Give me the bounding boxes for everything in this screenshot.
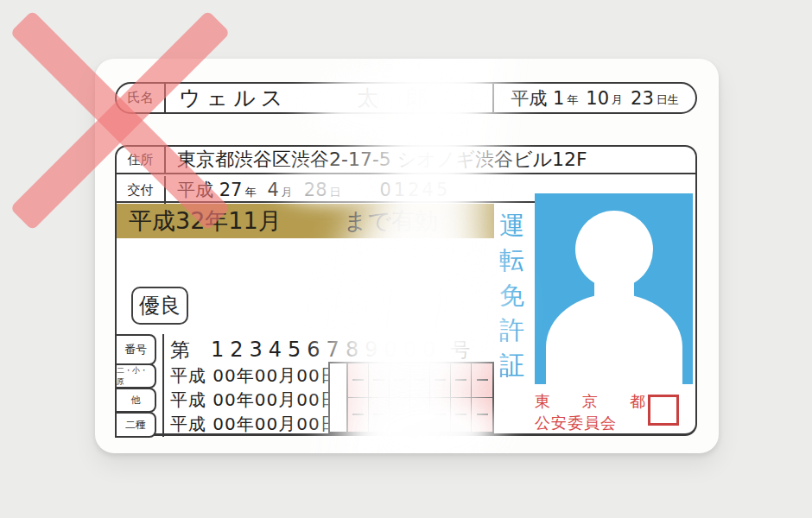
name-value: ウェルス 太 郎 [166, 84, 492, 112]
name-label: 氏名 [117, 84, 166, 112]
silhouette-body [546, 294, 682, 384]
license-body: 住所 東京都渋谷区渋谷2-17-5 シオノギ渋谷ビル12F 交付 平成 27 年… [115, 145, 697, 436]
birth-month-unit: 月 [612, 88, 623, 108]
category-grid-cell [410, 363, 431, 398]
license-number-row: 第 123456789000 号 [170, 334, 498, 365]
category-grid-cell [430, 398, 451, 433]
category-grid-cell [348, 363, 369, 398]
gold-driver-badge: 優良 [131, 287, 188, 325]
vertical-title-char: 免 [499, 282, 524, 308]
drivers-license-card: 氏名 ウェルス 太 郎 平成 1 年 10 月 23 日生 住所 東京都渋谷区渋… [95, 59, 719, 453]
number-label: 番号 [115, 334, 156, 365]
category-grid-white-column [330, 363, 348, 432]
birth-era-unit: 年 [567, 88, 578, 108]
issue-month-unit: 月 [282, 180, 293, 200]
category-dash-mark [435, 414, 446, 415]
category-grid-cell [430, 363, 451, 398]
category-grid-cell [451, 363, 472, 398]
license-row-label-0: 二・小・原 [115, 363, 156, 388]
portrait-photo [535, 193, 693, 384]
name-first: ウェルス [179, 84, 288, 112]
category-dash-mark [414, 414, 425, 415]
category-dash-mark [477, 414, 488, 415]
category-grid-cells [348, 363, 492, 432]
issue-era: 平成 27 [177, 178, 242, 202]
issue-era-unit: 年 [244, 180, 256, 200]
vertical-title: 運転免許証 [498, 212, 526, 378]
issuer-line1-char: 京 [582, 391, 598, 412]
category-dash-mark [394, 414, 405, 415]
issue-day-unit: 日 [330, 180, 341, 200]
category-dash-mark [435, 379, 446, 381]
category-dash-mark [373, 379, 384, 381]
birth-era: 平成 1 [511, 86, 564, 111]
birth-month: 10 [586, 88, 609, 109]
birth-day-unit: 日生 [657, 88, 679, 108]
license-number-prefix: 第 [170, 337, 190, 363]
category-grid [328, 362, 494, 433]
license-row-label-2: 二種 [115, 412, 156, 438]
address-value: 東京都渋谷区渋谷2-17-5 シオノギ渋谷ビル12F [166, 147, 695, 173]
birth-day: 23 [631, 88, 654, 109]
issue-label: 交付 [117, 176, 166, 204]
name-row: 氏名 ウェルス 太 郎 平成 1 年 10 月 23 日生 [115, 82, 697, 114]
license-number-digits: 123456789000 [211, 338, 441, 362]
category-grid-cell [472, 363, 492, 398]
category-grid-cell [390, 363, 410, 398]
vertical-title-char: 運 [499, 212, 524, 238]
issue-row-underline [117, 201, 543, 203]
issue-day: 28 [304, 180, 327, 200]
category-dash-mark [455, 414, 466, 415]
category-dash-mark [394, 379, 405, 381]
name-last: 太 郎 [357, 84, 438, 112]
category-grid-cell [451, 398, 472, 433]
vertical-title-char: 転 [499, 247, 524, 273]
category-dash-mark [414, 379, 425, 381]
issuer-line1-char: 都 [630, 391, 645, 412]
category-dash-mark [455, 379, 466, 381]
category-grid-cell [390, 398, 410, 433]
birth-date: 平成 1 年 10 月 23 日生 [492, 84, 695, 112]
address-label: 住所 [117, 147, 166, 173]
issuer-line2: 公安委員会 [535, 413, 645, 433]
category-dash-mark [352, 379, 364, 381]
category-grid-cell [410, 398, 431, 433]
valid-until-prefix: 平成32年11月 [129, 205, 282, 237]
issuer-line1-char: 東 [535, 391, 550, 412]
issue-code: 01245 [380, 180, 451, 200]
issuer-block: 東京都 公安委員会 [535, 391, 645, 433]
vertical-title-char: 許 [499, 317, 524, 343]
category-grid-cell [472, 398, 492, 433]
category-dash-mark [352, 414, 364, 415]
license-row-label-1: 他 [115, 388, 156, 413]
vertical-title-char: 証 [499, 352, 524, 378]
issuer-seal-box [648, 395, 679, 426]
category-grid-cell [348, 398, 369, 433]
valid-until-band: 平成32年11月 まで有効 [117, 204, 494, 238]
label-column-divider [162, 334, 164, 437]
issue-month: 4 [267, 180, 278, 200]
category-grid-cell [369, 398, 390, 433]
issuer-line1: 東京都 [535, 391, 645, 412]
valid-until-suffix: まで有効 [344, 205, 438, 237]
category-dash-mark [477, 379, 488, 381]
address-row: 住所 東京都渋谷区渋谷2-17-5 シオノギ渋谷ビル12F [117, 147, 695, 174]
license-number-suffix: 号 [450, 337, 470, 363]
category-dash-mark [373, 414, 384, 415]
category-grid-cell [369, 363, 390, 398]
